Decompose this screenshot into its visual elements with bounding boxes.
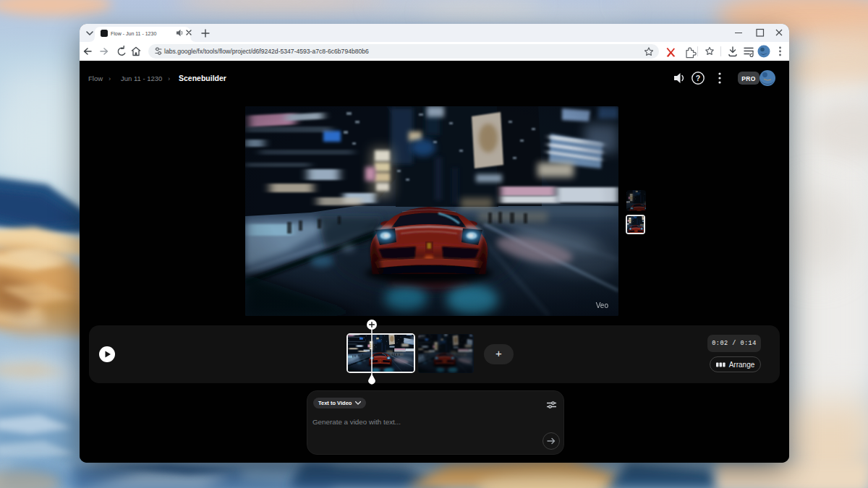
svg-text:Flow - Jun 11 - 1230: Flow - Jun 11 - 1230: [111, 31, 156, 36]
svg-text:labs.google/fx/tools/flow/proj: labs.google/fx/tools/flow/project/d6f924…: [164, 48, 369, 55]
svg-text:?: ?: [696, 74, 700, 82]
svg-text:PRO: PRO: [741, 75, 756, 82]
